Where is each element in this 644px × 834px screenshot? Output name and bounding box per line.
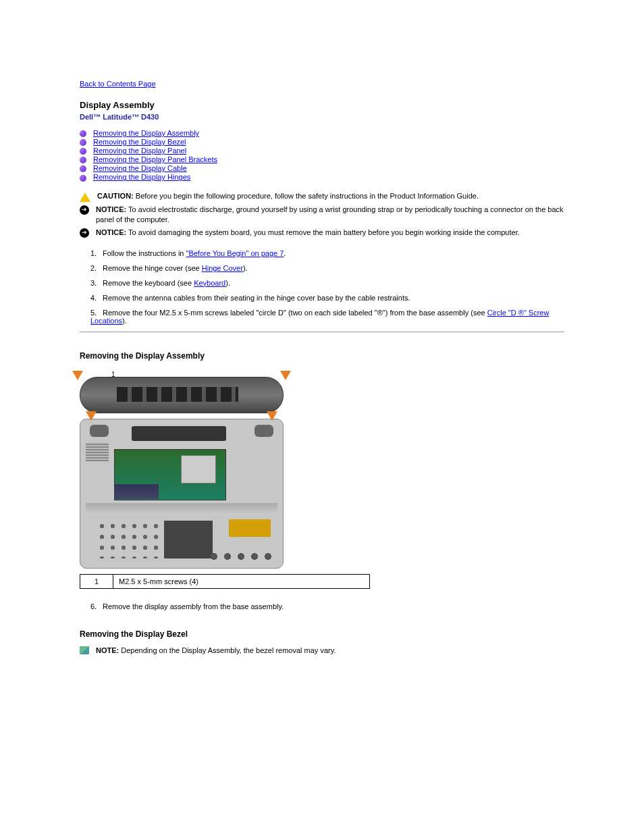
step-number: 1. [90, 249, 103, 257]
step-link[interactable]: Hinge Cover [202, 264, 243, 272]
subsection-heading: Removing the Display Assembly [80, 351, 564, 361]
callout-cell-number: 1 [80, 574, 113, 588]
toc-link[interactable]: Removing the Display Assembly [93, 129, 199, 137]
diagram-foot [254, 425, 273, 437]
step-text: ). [225, 279, 230, 287]
divider [80, 332, 564, 332]
step-text: Remove the antenna cables from their sea… [103, 294, 410, 302]
step-text: ") from the base assembly (see [383, 309, 487, 317]
caution-text: Before you begin the following procedure… [136, 192, 479, 200]
toc-link[interactable]: Removing the Display Cable [93, 164, 187, 172]
callout-cell-text: M2.5 x 5-mm screws (4) [113, 574, 370, 588]
note-label: NOTE: [96, 646, 119, 654]
table-of-contents: Removing the Display Assembly Removing t… [80, 129, 564, 182]
note-icon [80, 646, 89, 654]
caution-alert: CAUTION: Before you begin the following … [80, 191, 564, 202]
note-alert: NOTE: Depending on the Display Assembly,… [80, 646, 564, 656]
step-number: 4. [90, 294, 103, 302]
caution-label: CAUTION: [97, 192, 134, 200]
procedure-step: 2.Remove the hinge cover (see Hinge Cove… [90, 264, 564, 272]
diagram-wlan-chip [181, 455, 216, 484]
toc-link[interactable]: Removing the Display Hinges [93, 173, 190, 181]
diagram-foot [90, 425, 109, 437]
notice-text: To avoid electrostatic discharge, ground… [96, 205, 564, 224]
diagram-laptop-bottom [80, 419, 284, 569]
step-text: . [284, 249, 286, 257]
step-text: Follow the instructions in [103, 249, 186, 257]
notice-arrow-icon [80, 205, 89, 215]
procedure-step: 3.Remove the keyboard (see Keyboard). [90, 279, 564, 287]
step-text: Remove the keyboard (see [103, 279, 194, 287]
step-text: Remove the hinge cover (see [103, 264, 202, 272]
diagram-laptop-back: 1 [80, 377, 284, 413]
toc-link[interactable]: Removing the Display Panel [93, 147, 186, 155]
diagram-speaker-holes [97, 521, 164, 558]
step-text: Remove the display assembly from the bas… [103, 602, 284, 610]
product-name: Dell™ Latitude™ D430 [80, 113, 564, 121]
toc-link[interactable]: Removing the Display Bezel [93, 138, 186, 146]
step-number: 3. [90, 279, 103, 287]
step-link[interactable]: "Before You Begin" on page 7 [186, 249, 284, 257]
toc-link[interactable]: Removing the Display Panel Brackets [93, 155, 217, 163]
notice-alert: NOTICE: To avoid damaging the system boa… [80, 228, 564, 238]
diagram-strip [86, 503, 277, 515]
circle-d-symbol: ® [377, 309, 383, 317]
subsection-heading: Removing the Display Bezel [80, 629, 564, 639]
section-title: Display Assembly [80, 100, 564, 110]
procedure-step: 5.Remove the four M2.5 x 5-mm screws lab… [90, 309, 564, 325]
procedure-step: 4.Remove the antenna cables from their s… [90, 294, 564, 302]
note-text: Depending on the Display Assembly, the b… [121, 646, 336, 654]
step-text: ). [122, 317, 127, 325]
diagram-dock-connector [132, 426, 226, 441]
procedure-step: 6.Remove the display assembly from the b… [90, 602, 564, 610]
diagram-hdd-bay [164, 521, 213, 558]
callout-number: 1 [111, 371, 115, 378]
procedure-step: 1.Follow the instructions in "Before You… [90, 249, 564, 257]
notice-label: NOTICE: [96, 205, 126, 213]
back-to-contents-link[interactable]: Back to Contents Page [80, 80, 156, 88]
step-text: ). [243, 264, 248, 272]
diagram-vent [86, 442, 109, 461]
callout-table: 1 M2.5 x 5-mm screws (4) [80, 574, 370, 589]
diagram-feet [207, 552, 275, 561]
diagram-pcb [229, 519, 271, 537]
diagram-ports [117, 387, 238, 402]
notice-alert: NOTICE: To avoid electrostatic discharge… [80, 205, 564, 226]
step-link[interactable]: Keyboard [194, 279, 225, 287]
step-number: 6. [90, 602, 103, 610]
notice-label: NOTICE: [96, 228, 126, 236]
warning-triangle-icon [80, 192, 90, 202]
step-text: Remove the four M2.5 x 5-mm screws label… [103, 309, 377, 317]
notice-text: To avoid damaging the system board, you … [128, 228, 520, 236]
step-number: 2. [90, 264, 103, 272]
diagram-ram-slot [114, 484, 159, 499]
notice-arrow-icon [80, 228, 89, 238]
step-number: 5. [90, 309, 103, 317]
